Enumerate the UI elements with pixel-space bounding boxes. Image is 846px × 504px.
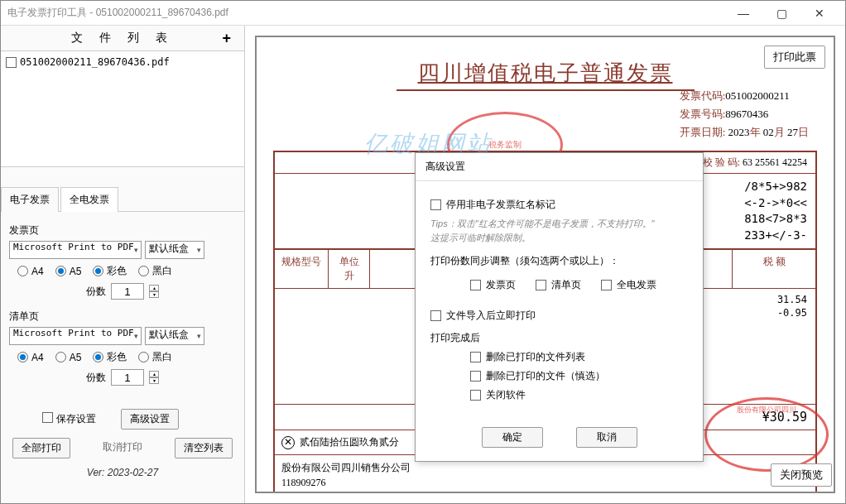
file-list[interactable]: 051002000211_89670436.pdf bbox=[1, 51, 244, 167]
list-a5-radio[interactable] bbox=[55, 352, 66, 362]
tab-einvoice[interactable]: 电子发票 bbox=[1, 187, 59, 212]
list-printer-select[interactable]: Microsoft Print to PDF bbox=[9, 327, 142, 345]
file-item[interactable]: 051002000211_89670436.pdf bbox=[4, 55, 241, 70]
auto-print-checkbox[interactable] bbox=[430, 310, 441, 321]
file-name: 051002000211_89670436.pdf bbox=[20, 56, 170, 68]
dialog-title: 高级设置 bbox=[416, 153, 703, 181]
list-copies-input[interactable] bbox=[111, 369, 144, 386]
advanced-settings-button[interactable]: 高级设置 bbox=[121, 409, 179, 430]
sync-list-checkbox[interactable] bbox=[536, 280, 546, 290]
invoice-a4-radio[interactable] bbox=[17, 266, 28, 276]
invoice-bw-radio[interactable] bbox=[138, 266, 149, 276]
invoice-meta: 发票代码:051002000211 发票号码:89670436 开票日期: 20… bbox=[680, 89, 809, 143]
sync-invoice-checkbox[interactable] bbox=[470, 280, 481, 290]
auto-print-label: 文件导入后立即打印 bbox=[446, 309, 536, 323]
invoice-copies-input[interactable] bbox=[111, 283, 144, 300]
invoice-copies-spinner[interactable]: ▴▾ bbox=[149, 285, 159, 298]
list-bw-radio[interactable] bbox=[138, 352, 149, 362]
disable-red-label: 停用非电子发票红名标记 bbox=[446, 198, 555, 212]
invoice-color-radio[interactable] bbox=[93, 266, 103, 276]
invoice-printer-select[interactable]: Microsoft Print to PDF bbox=[9, 241, 142, 259]
dialog-cancel-button[interactable]: 取消 bbox=[576, 427, 637, 448]
print-all-button[interactable]: 全部打印 bbox=[12, 438, 70, 458]
invoice-tray-select[interactable]: 默认纸盒 bbox=[145, 241, 204, 259]
disable-red-checkbox[interactable] bbox=[430, 199, 441, 210]
titlebar: 电子发票打印工具 - 051002000211_89670436.pdf — ▢… bbox=[1, 1, 845, 26]
after-print-label: 打印完成后 bbox=[430, 331, 688, 345]
window-title: 电子发票打印工具 - 051002000211_89670436.pdf bbox=[7, 6, 724, 20]
after-close-checkbox[interactable] bbox=[470, 390, 481, 401]
file-list-title: 文 件 列 表 bbox=[71, 31, 174, 46]
invoice-a5-radio[interactable] bbox=[55, 266, 66, 276]
save-settings-checkbox[interactable] bbox=[42, 412, 53, 423]
list-page-label: 清单页 bbox=[9, 310, 236, 324]
list-copies-label: 份数 bbox=[86, 371, 106, 385]
list-tray-select[interactable]: 默认纸盒 bbox=[145, 327, 204, 345]
add-file-button[interactable]: + bbox=[222, 30, 238, 47]
close-button[interactable]: ✕ bbox=[800, 1, 839, 26]
list-a4-radio[interactable] bbox=[17, 352, 28, 362]
invoice-page-label: 发票页 bbox=[9, 223, 236, 238]
company-stamp-icon: 股份有限公司四川 bbox=[704, 397, 829, 472]
file-checkbox[interactable] bbox=[6, 57, 17, 68]
sidebar: 文 件 列 表 + 051002000211_89670436.pdf 电子发票… bbox=[1, 26, 245, 503]
tab-full[interactable]: 全电发票 bbox=[60, 187, 118, 212]
dialog-ok-button[interactable]: 确定 bbox=[482, 427, 543, 448]
file-list-header: 文 件 列 表 + bbox=[1, 26, 244, 51]
sync-label: 打印份数同步调整（须勾选两个或以上）： bbox=[430, 254, 688, 268]
list-color-radio[interactable] bbox=[93, 352, 103, 362]
version-label: Ver: 2023-02-27 bbox=[9, 467, 236, 478]
advanced-settings-dialog: 高级设置 停用非电子发票红名标记 Tips：双击"红名文件可能不是电子发票，不支… bbox=[415, 152, 704, 462]
minimize-button[interactable]: — bbox=[724, 1, 762, 26]
invoice-title: 四川增值税电子普通发票 bbox=[273, 59, 817, 88]
maximize-button[interactable]: ▢ bbox=[762, 1, 800, 26]
list-copies-spinner[interactable]: ▴▾ bbox=[149, 371, 159, 384]
sync-full-checkbox[interactable] bbox=[601, 280, 612, 290]
tips-text: Tips：双击"红名文件可能不是电子发票，不支持打印。"这提示可临时解除限制。 bbox=[430, 217, 688, 244]
after-del-files-checkbox[interactable] bbox=[470, 371, 481, 382]
save-settings-label: 保存设置 bbox=[56, 412, 96, 426]
clear-list-button[interactable]: 清空列表 bbox=[175, 438, 233, 458]
invoice-copies-label: 份数 bbox=[86, 285, 106, 299]
close-preview-button[interactable]: 关闭预览 bbox=[771, 463, 832, 487]
after-del-list-checkbox[interactable] bbox=[470, 352, 481, 362]
tabs: 电子发票 全电发票 bbox=[1, 187, 244, 212]
cancel-print-button[interactable]: 取消打印 bbox=[98, 438, 147, 458]
